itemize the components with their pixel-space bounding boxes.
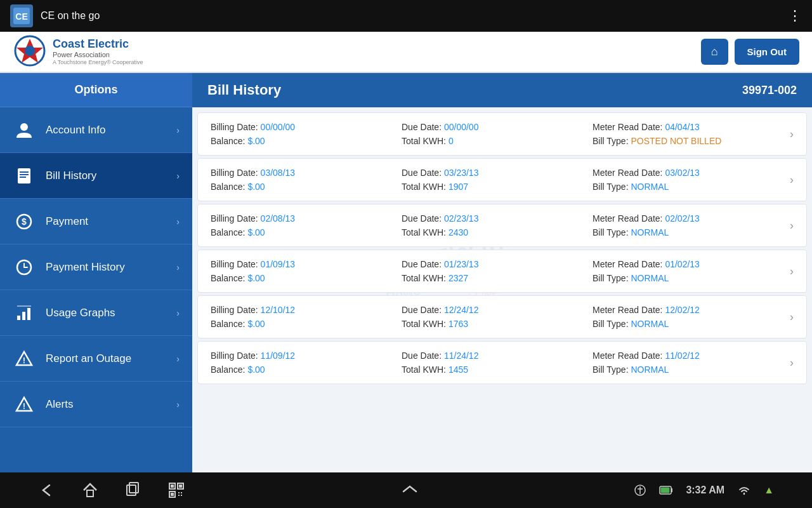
bill-row-arrow: › — [783, 219, 794, 232]
total-kwh-label: Total KWH: 0 — [402, 136, 593, 146]
sidebar-item-payment-history[interactable]: Payment History › — [0, 244, 192, 290]
svg-rect-15 — [27, 308, 30, 320]
payment-label: Payment — [46, 215, 176, 228]
sidebar-item-alerts[interactable]: ! Alerts › — [0, 382, 192, 427]
svg-rect-29 — [171, 485, 174, 488]
sign-out-button[interactable]: Sign Out — [735, 39, 800, 65]
svg-point-4 — [25, 46, 35, 56]
svg-rect-13 — [17, 316, 20, 320]
sidebar-item-bill-history[interactable]: Bill History › — [0, 153, 192, 199]
bill-row[interactable]: Billing Date: 01/09/13 Due Date: 01/23/1… — [197, 250, 807, 293]
main-header: Bill History 39971-002 — [192, 73, 812, 107]
meter-read-date-label: Meter Read Date: 02/02/13 — [593, 213, 783, 224]
bill-row-arrow: › — [783, 128, 794, 141]
sidebar-item-report-outage[interactable]: ! Report an Outage › — [0, 336, 192, 382]
bill-row[interactable]: Billing Date: 02/08/13 Due Date: 02/23/1… — [197, 204, 807, 247]
account-number: 39971-002 — [742, 84, 797, 97]
home-button[interactable]: ⌂ — [701, 39, 728, 65]
svg-text:!: ! — [23, 401, 25, 411]
due-date-label: Due Date: 01/23/13 — [402, 259, 593, 269]
billing-date-label: Billing Date: 01/09/13 — [211, 259, 402, 269]
svg-rect-24 — [127, 485, 136, 495]
logo-line2: Power Association — [53, 51, 143, 59]
report-outage-label: Report an Outage — [46, 352, 176, 365]
menu-icon[interactable]: ⋮ — [788, 8, 802, 24]
sidebar-item-account-info[interactable]: Account Info › — [0, 107, 192, 153]
graph-icon — [13, 302, 36, 324]
bill-type-label: Bill Type: NORMAL — [593, 182, 783, 192]
total-kwh-label: Total KWH: 2430 — [402, 227, 593, 237]
due-date-label: Due Date: 03/23/13 — [402, 168, 593, 178]
svg-text:$: $ — [22, 217, 27, 227]
alerts-icon: ! — [13, 393, 36, 416]
svg-rect-25 — [129, 483, 138, 493]
payment-arrow: › — [176, 217, 180, 227]
due-date-label: Due Date: 00/00/00 — [402, 122, 593, 132]
time-display: 3:32 AM — [686, 485, 724, 496]
logo-icon — [13, 35, 48, 69]
balance-label: Balance: $.00 — [211, 182, 402, 192]
up-button[interactable] — [401, 484, 419, 497]
svg-text:CE: CE — [15, 11, 27, 22]
svg-rect-14 — [22, 312, 25, 320]
svg-rect-39 — [661, 488, 670, 493]
svg-rect-6 — [18, 168, 30, 184]
svg-rect-34 — [178, 495, 180, 496]
bill-row-arrow: › — [783, 356, 794, 370]
usage-graphs-label: Usage Graphs — [46, 307, 176, 319]
bill-row-arrow: › — [783, 173, 794, 187]
back-button[interactable] — [38, 481, 56, 499]
due-date-label: Due Date: 02/23/13 — [402, 213, 593, 224]
bill-row[interactable]: Billing Date: 00/00/00 Due Date: 00/00/0… — [197, 112, 807, 156]
meter-read-date-label: Meter Read Date: 11/02/12 — [593, 351, 783, 361]
home-nav-button[interactable] — [81, 481, 99, 499]
content-area: Options Account Info › Bi — [0, 73, 812, 472]
payment-history-arrow: › — [176, 262, 180, 272]
account-info-label: Account Info — [46, 124, 176, 137]
svg-rect-7 — [20, 171, 29, 173]
due-date-label: Due Date: 11/24/12 — [402, 351, 593, 361]
meter-read-date-label: Meter Read Date: 01/02/13 — [593, 259, 783, 269]
bill-row[interactable]: Billing Date: 12/10/12 Due Date: 12/24/1… — [197, 295, 807, 338]
usage-graphs-arrow: › — [176, 308, 180, 318]
bill-list: Coast Electric Power Association A Touch… — [192, 107, 812, 472]
outage-icon: ! — [13, 347, 36, 370]
billing-date-label: Billing Date: 11/09/12 — [211, 351, 402, 361]
payment-history-label: Payment History — [46, 261, 176, 274]
recent-button[interactable] — [124, 481, 142, 499]
header: Coast Electric Power Association A Touch… — [0, 32, 812, 73]
payment-icon: $ — [13, 210, 36, 233]
person-icon — [13, 119, 36, 142]
svg-rect-38 — [671, 488, 672, 492]
qr-button[interactable] — [167, 481, 185, 499]
bottom-bar: 3:32 AM ▲ — [0, 472, 812, 508]
balance-label: Balance: $.00 — [211, 227, 402, 237]
svg-rect-32 — [178, 492, 180, 493]
bill-history-arrow: › — [176, 171, 180, 181]
bill-row[interactable]: Billing Date: 11/09/12 Due Date: 11/24/1… — [197, 341, 807, 384]
meter-read-date-label: Meter Read Date: 04/04/13 — [593, 122, 783, 132]
billing-date-label: Billing Date: 00/00/00 — [211, 122, 402, 132]
bill-type-label: Bill Type: NORMAL — [593, 364, 783, 375]
bill-row[interactable]: Billing Date: 03/08/13 Due Date: 03/23/1… — [197, 158, 807, 201]
svg-rect-8 — [20, 174, 29, 175]
sidebar-item-payment[interactable]: $ Payment › — [0, 199, 192, 244]
balance-label: Balance: $.00 — [211, 136, 402, 146]
sidebar-item-usage-graphs[interactable]: Usage Graphs › — [0, 290, 192, 336]
total-kwh-label: Total KWH: 1907 — [402, 182, 593, 192]
bill-history-label: Bill History — [46, 170, 176, 182]
sidebar-header: Options — [0, 73, 192, 107]
status-bar: CE CE on the go ⋮ — [0, 0, 812, 32]
total-kwh-label: Total KWH: 2327 — [402, 273, 593, 283]
alerts-label: Alerts — [46, 398, 176, 411]
bill-type-label: Bill Type: NORMAL — [593, 319, 783, 329]
svg-rect-33 — [181, 492, 182, 493]
logo-line3: A Touchstone Energy® Cooperative — [53, 59, 143, 66]
meter-read-date-label: Meter Read Date: 03/02/13 — [593, 168, 783, 178]
report-outage-arrow: › — [176, 354, 180, 364]
alerts-arrow: › — [176, 399, 180, 410]
payment-history-icon — [13, 256, 36, 279]
logo-line1: Coast Electric — [53, 37, 143, 51]
main-panel: Bill History 39971-002 Coast Electric Po… — [192, 73, 812, 472]
bill-icon — [13, 164, 36, 187]
